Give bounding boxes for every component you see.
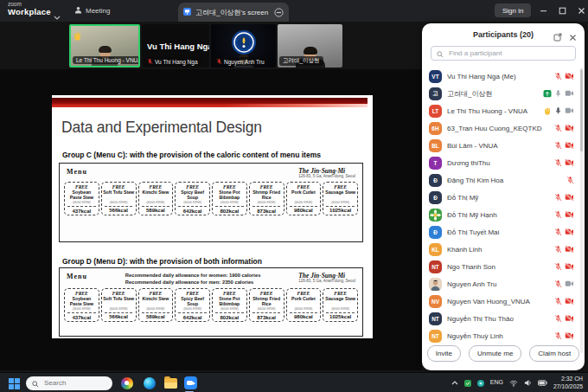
tray-app-icon-teal[interactable] (477, 380, 484, 387)
video-tile-le-thi-thu-huong[interactable]: Le Thi Thu Huong - VNUA (69, 24, 140, 67)
unmute-me-button[interactable]: Unmute me (469, 345, 521, 362)
coupon-price: (6000 KRW) (183, 307, 201, 311)
mic-on-icon[interactable] (554, 89, 562, 98)
mic-muted-icon[interactable] (554, 193, 562, 202)
zoom-app-icon[interactable] (183, 376, 198, 390)
participant-row[interactable]: ĐĐặng Thị Kim Hoa (429, 171, 574, 189)
battery-icon[interactable] (538, 380, 547, 386)
camera-on-icon[interactable] (565, 107, 574, 114)
mic-muted-icon[interactable] (554, 210, 562, 219)
participant-search[interactable] (431, 46, 576, 61)
stop-incoming-share-icon[interactable] (274, 8, 284, 17)
coupon-price: (6000 KRW) (220, 307, 239, 311)
camera-off-icon[interactable] (565, 125, 574, 132)
mic-muted-icon[interactable] (554, 280, 562, 288)
video-tile-korea-univ[interactable]: 고려대_이상현 (278, 24, 342, 67)
camera-off-icon[interactable] (565, 298, 574, 305)
camera-off-icon (565, 332, 574, 339)
mic-muted-icon[interactable] (566, 176, 574, 184)
camera-off-icon[interactable] (565, 246, 574, 253)
mic-muted-icon[interactable] (554, 245, 562, 254)
scrollbar-thumb[interactable] (580, 69, 583, 151)
coupon-price: (6000 KRW) (220, 201, 239, 204)
camera-on-icon[interactable] (565, 90, 574, 97)
participant-row[interactable]: ĐĐỗ Thị Mỹ (429, 189, 574, 206)
camera-off-icon[interactable] (565, 332, 574, 339)
sign-in-button[interactable]: Sign in (495, 3, 531, 17)
avatar-initials: Đ (433, 229, 438, 235)
photos-app-icon[interactable] (119, 376, 134, 390)
close-panel-icon[interactable] (569, 29, 577, 45)
participant-row[interactable]: NTNguyễn Thuỳ Linh (429, 327, 574, 344)
participant-row[interactable]: VTVu Thi Hang Nga (Me) (429, 67, 574, 85)
participant-row[interactable]: 6H63_Tran Huu Cuong_KEQTKD (429, 119, 574, 137)
camera-off-icon[interactable] (565, 315, 574, 322)
wifi-icon[interactable] (509, 380, 518, 387)
restaurant-info: The Jin-Sung-Mi 126-83, 5 Ga, Anam-dong,… (298, 273, 355, 284)
coupon-dish-name: Sausage Stew (325, 190, 355, 200)
participant-row[interactable]: NTNgo Thanh Son (429, 258, 574, 275)
close-button[interactable] (572, 0, 588, 22)
coupon-price: (6000 KRW) (183, 201, 201, 204)
camera-off-icon[interactable] (565, 142, 574, 149)
participant-row[interactable]: LTLe Thi Thu Huong - VNUA (429, 102, 574, 119)
taskbar-search-input[interactable] (42, 378, 106, 388)
avatar-initials: 6H (431, 125, 438, 132)
mic-muted-icon[interactable] (554, 141, 562, 150)
video-tile-nguyen-anh-tru[interactable]: Nguyen Anh Tru (211, 24, 276, 67)
maximize-button[interactable] (553, 0, 572, 22)
mic-muted-icon[interactable] (554, 228, 562, 236)
language-indicator[interactable]: ENG (490, 379, 503, 387)
mic-muted-icon[interactable] (554, 158, 562, 167)
pop-out-icon[interactable] (553, 29, 562, 45)
avatar: NV (429, 295, 442, 308)
taskbar-clock[interactable]: 2:32 CH 27/10/2025 (553, 376, 583, 390)
participants-panel: Participants (20) VTVu Thi Hang Nga (Me)… (422, 23, 585, 370)
video-tile-vu-thi-hang-nga[interactable]: Vu Thi Hang Nga Vu Thi Hang Nga (142, 24, 209, 67)
camera-off-icon[interactable] (565, 194, 574, 201)
participant-row[interactable]: 고고려대_이상현 (429, 85, 574, 102)
invite-button[interactable]: Invite (427, 345, 461, 362)
camera-off-icon[interactable] (565, 211, 574, 218)
mic-muted-icon[interactable] (554, 262, 562, 271)
camera-off-icon[interactable] (565, 73, 574, 80)
minimize-button[interactable] (534, 0, 553, 22)
claim-host-button[interactable]: Claim host (529, 345, 579, 362)
camera-off-icon[interactable] (565, 263, 574, 270)
participant-row[interactable]: NTNguyễn Thị Thu Thảo (429, 310, 574, 327)
participant-status-icons (554, 72, 574, 80)
start-button[interactable] (9, 377, 20, 392)
participant-row[interactable]: Đỗ Thị Mỹ Hạnh (429, 206, 574, 223)
mic-muted-icon[interactable] (554, 314, 562, 323)
participant-row[interactable]: TDương thiThu (429, 154, 574, 171)
tray-app-icon-green[interactable] (464, 380, 471, 387)
mic-muted-icon[interactable] (554, 297, 562, 305)
taskbar-search[interactable] (26, 376, 112, 390)
video-tile-name-label: Nguyen Anh Tru (213, 57, 268, 66)
participant-row[interactable]: ĐĐỗ Thị Tuyết Mai (429, 223, 574, 241)
participant-list: VTVu Thi Hang Nga (Me)고고려대_이상현LTLe Thi T… (429, 67, 574, 344)
participant-row[interactable]: BLBùi Lâm - VNUA (429, 137, 574, 154)
coupon-row-group-c: FREESoybean Paste Stew(6000 KRW)437kcalF… (60, 180, 362, 215)
tab-meeting[interactable]: Meeting (74, 0, 110, 22)
participant-status-icons (554, 158, 574, 167)
mic-muted-icon[interactable] (554, 124, 562, 132)
screen-share-tab-icon (183, 8, 191, 17)
file-explorer-icon[interactable] (163, 376, 178, 390)
volume-icon[interactable] (524, 379, 532, 387)
camera-off-icon[interactable] (565, 228, 574, 235)
mic-muted-icon[interactable] (554, 331, 562, 340)
participant-row[interactable]: KLKhánh Linh (429, 241, 574, 258)
tab-shared-screen[interactable]: 고려대_이상현's screen (178, 3, 289, 22)
edge-browser-icon[interactable] (142, 376, 157, 390)
mic-active-icon[interactable] (554, 106, 562, 115)
participant-row[interactable]: Nguyen Anh Tru (429, 275, 574, 292)
camera-off-icon[interactable] (565, 159, 574, 166)
tray-chevron-up-icon[interactable] (451, 381, 458, 385)
title-bar: zoom Workplace Meeting 고려대_이상현's screen … (0, 0, 588, 22)
mic-muted-icon[interactable] (554, 72, 562, 80)
camera-on-icon[interactable] (565, 280, 574, 287)
participant-row[interactable]: NVNguyen Van Huong_VNUA (429, 292, 574, 310)
mic-muted-icon (566, 176, 574, 184)
search-input[interactable] (447, 48, 570, 58)
